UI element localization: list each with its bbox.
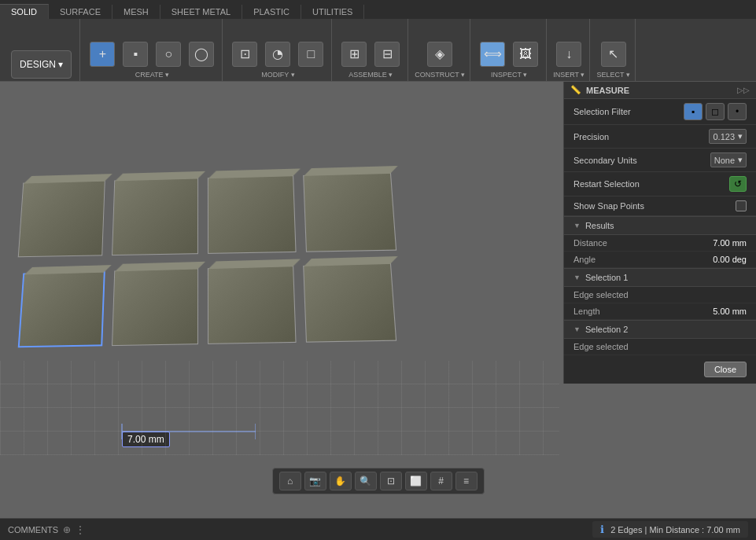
- modify-label: MODIFY ▾: [261, 71, 294, 79]
- create-label: CREATE ▾: [135, 71, 169, 79]
- cube-2: [112, 178, 198, 256]
- length-row: Length 5.00 mm: [564, 303, 756, 320]
- sel1-chevron-icon: ▼: [573, 274, 581, 281]
- modify-group: ⊡ ◔ □ MODIFY ▾: [224, 19, 332, 82]
- tab-surface[interactable]: SURFACE: [49, 5, 112, 19]
- selection-filter-label: Selection Filter: [573, 107, 631, 116]
- restart-selection-label: Restart Selection: [573, 179, 640, 189]
- assemble-group: ⊞ ⊟ ASSEMBLE ▾: [334, 19, 408, 82]
- tab-utilities[interactable]: UTILITIES: [301, 5, 364, 19]
- modify-push-btn[interactable]: ⊡: [229, 40, 260, 68]
- toolbar: DESIGN ▾ + ▪ ○ ◯ CREATE ▾ ⊡ ◔: [0, 19, 756, 82]
- restart-selection-row: Restart Selection ↺: [564, 172, 756, 197]
- tab-plastic[interactable]: PLASTIC: [242, 5, 301, 19]
- length-label: Length: [573, 307, 600, 316]
- construct-btn[interactable]: ◈: [424, 40, 455, 68]
- construct-group: ◈ CONSTRUCT ▾: [410, 19, 470, 82]
- inspect2-btn[interactable]: 🖼: [510, 40, 541, 68]
- restart-selection-btn[interactable]: ↺: [729, 176, 747, 192]
- home-btn[interactable]: ⌂: [279, 472, 301, 490]
- filter-solid-btn[interactable]: ▪: [684, 103, 703, 120]
- selection-filter-control: ▪ ◻ •: [684, 103, 747, 120]
- select-group: ↖ SELECT ▾: [592, 19, 635, 82]
- grid-btn[interactable]: #: [430, 472, 452, 490]
- selection2-section-header[interactable]: ▼ Selection 2: [564, 320, 756, 339]
- create-new-btn[interactable]: +: [87, 40, 118, 68]
- close-button[interactable]: Close: [704, 362, 747, 377]
- info-icon: ℹ: [600, 523, 604, 535]
- edge-selected-2-text: Edge selected: [573, 342, 629, 351]
- assemble-label: ASSEMBLE ▾: [348, 71, 393, 79]
- angle-value: 0.00 deg: [713, 255, 747, 264]
- modify-shell-btn[interactable]: □: [295, 40, 326, 68]
- measure-title-icon: 📏: [570, 85, 581, 95]
- assemble-btn[interactable]: ⊞: [338, 40, 370, 68]
- viewport-toolbar: ⌂ 📷 ✋ 🔍 ⊡ ⬜ # ≡: [272, 468, 485, 494]
- edge-selected-1-text: Edge selected: [573, 290, 629, 299]
- selection1-section-header[interactable]: ▼ Selection 1: [564, 268, 756, 287]
- results-section-label: Results: [585, 221, 614, 230]
- precision-chevron-icon: ▾: [738, 131, 743, 141]
- create-sphere-btn[interactable]: ◯: [186, 40, 217, 68]
- cube-3: [208, 175, 297, 254]
- inspect-btn[interactable]: ⟺: [477, 40, 508, 68]
- measure-panel-header: 📏 MEASURE ▷▷: [564, 82, 756, 99]
- bottom-bar: COMMENTS ⊕ ⋮ ℹ 2 Edges | Min Distance : …: [0, 518, 756, 540]
- cube-5-selected[interactable]: [18, 271, 105, 347]
- zoom-btn[interactable]: 🔍: [355, 472, 377, 490]
- results-section-header[interactable]: ▼ Results: [564, 216, 756, 235]
- bottom-left: COMMENTS ⊕ ⋮: [8, 524, 85, 535]
- cube-8: [303, 263, 396, 343]
- measure-title-text: MEASURE: [586, 86, 629, 95]
- tab-solid[interactable]: SOLID: [0, 4, 49, 19]
- comments-expand-icon[interactable]: ⊕: [63, 524, 71, 535]
- secondary-units-select[interactable]: None ▾: [710, 152, 747, 167]
- camera-btn[interactable]: 📷: [304, 472, 326, 490]
- cube-7: [208, 266, 297, 344]
- measure-expand-icon[interactable]: ▷▷: [737, 86, 750, 94]
- inspect-label: INSPECT ▾: [491, 71, 527, 79]
- construct-label: CONSTRUCT ▾: [415, 71, 465, 79]
- modify-fillet-btn[interactable]: ◔: [262, 40, 293, 68]
- ground-grid: [0, 361, 559, 455]
- secondary-units-row: Secondary Units None ▾: [564, 149, 756, 172]
- selection1-label: Selection 1: [585, 273, 628, 282]
- show-snap-label: Show Snap Points: [573, 201, 644, 211]
- tab-sheet-metal[interactable]: SHEET METAL: [160, 5, 242, 19]
- select-btn[interactable]: ↖: [598, 40, 629, 68]
- tab-mesh[interactable]: MESH: [112, 5, 160, 19]
- cube-1: [18, 181, 105, 257]
- comments-options-icon[interactable]: ⋮: [76, 524, 85, 535]
- create-group: + ▪ ○ ◯ CREATE ▾: [82, 19, 223, 82]
- close-button-container: Close: [564, 355, 756, 384]
- show-snap-checkbox[interactable]: [736, 200, 747, 211]
- create-box-btn[interactable]: ▪: [120, 40, 151, 68]
- precision-select[interactable]: 0.123 ▾: [709, 129, 747, 144]
- create-cylinder-btn[interactable]: ○: [153, 40, 184, 68]
- filter-point-btn[interactable]: •: [728, 103, 747, 120]
- settings-btn[interactable]: ≡: [455, 472, 478, 490]
- 3d-scene: 7.00 mm: [0, 145, 559, 455]
- angle-row: Angle 0.00 deg: [564, 252, 756, 268]
- cube-6: [112, 269, 198, 347]
- design-button[interactable]: DESIGN ▾: [11, 50, 72, 79]
- distance-label: Distance: [573, 238, 607, 248]
- insert-btn[interactable]: ↓: [553, 40, 585, 68]
- results-chevron-icon: ▼: [573, 222, 581, 230]
- length-value: 5.00 mm: [713, 307, 747, 316]
- distance-row: Distance 7.00 mm: [564, 235, 756, 252]
- distance-value: 7.00 mm: [713, 238, 747, 248]
- display-btn[interactable]: ⬜: [405, 472, 427, 490]
- pan-btn[interactable]: ✋: [330, 472, 352, 490]
- selection-filter-row: Selection Filter ▪ ◻ •: [564, 99, 756, 125]
- status-info-bar: ℹ 2 Edges | Min Distance : 7.00 mm: [592, 521, 748, 538]
- tab-bar: SOLID SURFACE MESH SHEET METAL PLASTIC U…: [0, 0, 756, 19]
- inspect-group: ⟺ 🖼 INSPECT ▾: [472, 19, 547, 82]
- assemble2-btn[interactable]: ⊟: [371, 40, 403, 68]
- comments-label: COMMENTS: [8, 525, 58, 534]
- insert-group: ↓ INSERT ▾: [548, 19, 590, 82]
- insert-label: INSERT ▾: [553, 71, 585, 79]
- show-snap-row: Show Snap Points: [564, 197, 756, 216]
- zoom-fit-btn[interactable]: ⊡: [380, 472, 402, 490]
- filter-edge-btn[interactable]: ◻: [706, 103, 725, 120]
